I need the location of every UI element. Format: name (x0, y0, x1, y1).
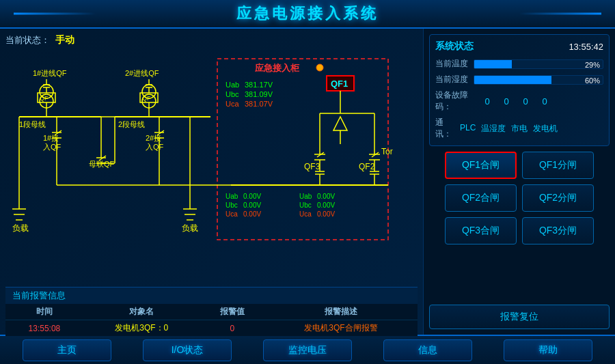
svg-text:0.00V: 0.00V (317, 210, 335, 218)
fault-label: 设备故障码： (435, 89, 476, 113)
temp-label: 当前温度 (435, 58, 469, 70)
temp-bar: 29% (474, 59, 603, 69)
comm-generator: 发电机 (533, 123, 558, 135)
humidity-row: 当前湿度 60% (435, 74, 603, 85)
qf2-row: QF2合闸 QF2分闸 (429, 184, 610, 212)
svg-text:1段母线: 1段母线 (19, 120, 46, 128)
svg-text:入QF: 入QF (43, 143, 62, 151)
svg-text:381.07V: 381.07V (245, 100, 273, 108)
alarm-reset-button[interactable]: 报警复位 (429, 305, 610, 329)
svg-text:Uca: Uca (226, 100, 239, 108)
humidity-value: 60% (585, 76, 600, 85)
alert-table: 时间 对象名 报警值 报警描述 13:55:08 发电机3QF：0 0 发电机3… (5, 304, 418, 336)
nav-io-button[interactable]: I/O状态 (143, 339, 232, 361)
temp-row: 当前温度 29% (435, 58, 603, 70)
alert-col-time: 时间 (5, 304, 83, 320)
qf-section: QF1合闸 QF1分闸 QF2合闸 QF2分闸 QF3合闸 QF3分闸 (429, 152, 610, 299)
svg-text:0.00V: 0.00V (243, 201, 261, 209)
svg-text:QF2: QF2 (359, 162, 375, 171)
qf1-open-button[interactable]: QF1分闸 (522, 152, 594, 179)
temp-value: 29% (585, 60, 600, 69)
humidity-label: 当前湿度 (435, 74, 469, 85)
svg-text:负载: 负载 (12, 223, 29, 233)
fault-values: 0 0 0 0 (480, 96, 551, 107)
svg-point-58 (316, 64, 323, 71)
svg-text:Ubc: Ubc (226, 90, 239, 98)
fault-val-2: 0 (500, 96, 513, 107)
svg-text:QF1: QF1 (331, 79, 348, 89)
alert-row: 13:55:08 发电机3QF：0 0 发电机3QF合闸报警 (5, 320, 418, 337)
svg-text:381.17V: 381.17V (245, 81, 273, 89)
qf2-close-button[interactable]: QF2合闸 (445, 184, 517, 212)
temp-bar-fill (474, 60, 512, 68)
svg-text:2#进线QF: 2#进线QF (125, 69, 159, 77)
comm-plc: PLC (460, 123, 476, 135)
svg-text:Uab: Uab (299, 193, 312, 200)
alert-section: 当前报警信息 时间 对象名 报警值 报警描述 13:55:08 发电机3QF：0… (5, 287, 418, 336)
alert-cell-val: 0 (200, 320, 264, 337)
comm-items: PLC 温湿度 市电 发电机 (460, 123, 558, 135)
svg-text:Uca: Uca (226, 210, 238, 218)
nav-help-button[interactable]: 帮助 (504, 339, 592, 361)
comm-row: 通 讯： PLC 温湿度 市电 发电机 (435, 117, 603, 140)
svg-text:0.00V: 0.00V (243, 210, 261, 218)
header: 应急电源接入系统 (0, 0, 615, 29)
svg-text:2段母线: 2段母线 (118, 120, 145, 128)
qf3-open-button[interactable]: QF3分闸 (522, 217, 594, 244)
right-panel: 系统状态 13:55:42 当前温度 29% 当前湿度 60% 设备故障码： (424, 29, 615, 335)
svg-text:入QF: 入QF (146, 143, 164, 151)
svg-text:应急接入柜: 应急接入柜 (254, 63, 300, 73)
alert-cell-obj: 发电机3QF：0 (83, 320, 200, 337)
nav-monitor-button[interactable]: 监控电压 (263, 339, 352, 361)
fault-row: 设备故障码： 0 0 0 0 (435, 89, 603, 113)
status-label: 当前状态： (5, 34, 50, 46)
sys-status-header: 系统状态 13:55:42 (435, 40, 603, 53)
header-decor-left (14, 13, 96, 15)
diagram-area: 当前状态： 手动 1#进线QF QF (0, 29, 424, 335)
qf1-row: QF1合闸 QF1分闸 (429, 152, 610, 179)
main-area: 当前状态： 手动 1#进线QF QF (0, 29, 615, 335)
fault-val-3: 0 (519, 96, 532, 107)
status-value: 手动 (55, 34, 74, 46)
svg-text:0.00V: 0.00V (317, 201, 335, 209)
bottom-nav: 主页 I/O状态 监控电压 信息 帮助 (0, 335, 615, 364)
fault-val-4: 0 (538, 96, 551, 107)
nav-home-button[interactable]: 主页 (23, 339, 111, 361)
svg-text:Tor: Tor (381, 147, 393, 156)
fault-val-1: 0 (480, 96, 494, 107)
svg-text:QF: QF (40, 95, 49, 102)
alert-cell-time: 13:55:08 (5, 320, 83, 337)
svg-text:Uab: Uab (226, 193, 238, 200)
comm-label: 通 讯： (435, 117, 456, 140)
alert-cell-desc: 发电机3QF合闸报警 (264, 320, 418, 337)
qf3-close-button[interactable]: QF3合闸 (445, 217, 517, 244)
alert-col-desc: 报警描述 (264, 304, 418, 320)
svg-text:0.00V: 0.00V (243, 193, 261, 200)
alert-header: 当前报警信息 (5, 288, 418, 304)
svg-marker-69 (333, 117, 347, 130)
svg-text:Uab: Uab (226, 81, 239, 89)
humidity-bar-fill (474, 76, 551, 84)
qf2-open-button[interactable]: QF2分闸 (522, 184, 594, 212)
alert-col-val: 报警值 (200, 304, 264, 320)
svg-text:母联QF: 母联QF (89, 160, 115, 168)
circuit-diagram: 1#进线QF QF 1段母线 1#接 入QF (5, 52, 402, 270)
qf3-row: QF3合闸 QF3分闸 (429, 217, 610, 244)
qf1-close-button[interactable]: QF1合闸 (445, 152, 517, 179)
sys-time: 13:55:42 (569, 42, 603, 52)
comm-humidity: 温湿度 (481, 123, 506, 135)
header-decor-right (519, 13, 601, 15)
svg-text:381.09V: 381.09V (245, 90, 273, 98)
svg-text:Uca: Uca (299, 210, 312, 218)
header-title: 应急电源接入系统 (236, 3, 379, 24)
svg-text:QF3: QF3 (304, 162, 320, 171)
svg-text:0.00V: 0.00V (317, 193, 335, 200)
svg-text:Ubc: Ubc (226, 201, 238, 209)
svg-text:负载: 负载 (182, 223, 198, 233)
nav-info-button[interactable]: 信息 (383, 339, 472, 361)
comm-grid: 市电 (511, 123, 528, 135)
diagram-svg-container: 1#进线QF QF 1段母线 1#接 入QF (5, 52, 418, 284)
alert-col-obj: 对象名 (83, 304, 200, 320)
status-bar: 当前状态： 手动 (5, 34, 418, 46)
svg-text:1#进线QF: 1#进线QF (33, 69, 67, 77)
